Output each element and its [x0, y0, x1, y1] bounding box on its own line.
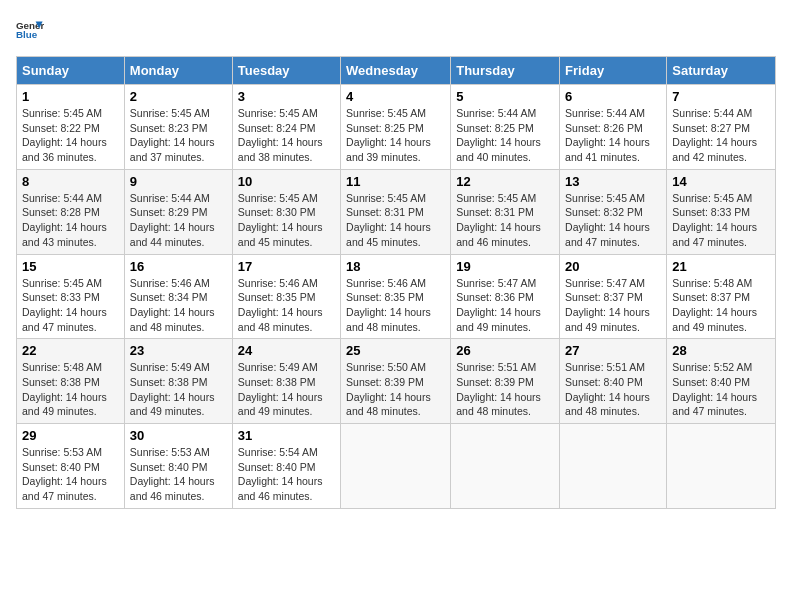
day-info: Sunrise: 5:44 AMSunset: 8:25 PMDaylight:…: [456, 107, 541, 163]
week-row-4: 22 Sunrise: 5:48 AMSunset: 8:38 PMDaylig…: [17, 339, 776, 424]
week-row-5: 29 Sunrise: 5:53 AMSunset: 8:40 PMDaylig…: [17, 424, 776, 509]
calendar-cell: 9 Sunrise: 5:44 AMSunset: 8:29 PMDayligh…: [124, 169, 232, 254]
calendar-cell: 1 Sunrise: 5:45 AMSunset: 8:22 PMDayligh…: [17, 85, 125, 170]
day-info: Sunrise: 5:45 AMSunset: 8:33 PMDaylight:…: [672, 192, 757, 248]
calendar-cell: 30 Sunrise: 5:53 AMSunset: 8:40 PMDaylig…: [124, 424, 232, 509]
day-number: 23: [130, 343, 227, 358]
calendar-cell: [451, 424, 560, 509]
calendar-cell: 23 Sunrise: 5:49 AMSunset: 8:38 PMDaylig…: [124, 339, 232, 424]
calendar-cell: 6 Sunrise: 5:44 AMSunset: 8:26 PMDayligh…: [560, 85, 667, 170]
day-number: 18: [346, 259, 445, 274]
day-info: Sunrise: 5:51 AMSunset: 8:39 PMDaylight:…: [456, 361, 541, 417]
calendar-cell: [560, 424, 667, 509]
day-info: Sunrise: 5:46 AMSunset: 8:34 PMDaylight:…: [130, 277, 215, 333]
svg-text:Blue: Blue: [16, 29, 38, 40]
header: General Blue: [16, 16, 776, 44]
calendar-cell: [341, 424, 451, 509]
day-number: 28: [672, 343, 770, 358]
day-info: Sunrise: 5:51 AMSunset: 8:40 PMDaylight:…: [565, 361, 650, 417]
calendar-cell: 14 Sunrise: 5:45 AMSunset: 8:33 PMDaylig…: [667, 169, 776, 254]
calendar-cell: 10 Sunrise: 5:45 AMSunset: 8:30 PMDaylig…: [232, 169, 340, 254]
day-number: 15: [22, 259, 119, 274]
day-info: Sunrise: 5:46 AMSunset: 8:35 PMDaylight:…: [346, 277, 431, 333]
day-number: 17: [238, 259, 335, 274]
day-number: 1: [22, 89, 119, 104]
day-info: Sunrise: 5:45 AMSunset: 8:31 PMDaylight:…: [346, 192, 431, 248]
calendar-cell: 17 Sunrise: 5:46 AMSunset: 8:35 PMDaylig…: [232, 254, 340, 339]
day-info: Sunrise: 5:46 AMSunset: 8:35 PMDaylight:…: [238, 277, 323, 333]
day-info: Sunrise: 5:45 AMSunset: 8:33 PMDaylight:…: [22, 277, 107, 333]
day-header-thursday: Thursday: [451, 57, 560, 85]
day-info: Sunrise: 5:49 AMSunset: 8:38 PMDaylight:…: [238, 361, 323, 417]
week-row-1: 1 Sunrise: 5:45 AMSunset: 8:22 PMDayligh…: [17, 85, 776, 170]
calendar-cell: 4 Sunrise: 5:45 AMSunset: 8:25 PMDayligh…: [341, 85, 451, 170]
calendar-table: SundayMondayTuesdayWednesdayThursdayFrid…: [16, 56, 776, 509]
day-info: Sunrise: 5:48 AMSunset: 8:38 PMDaylight:…: [22, 361, 107, 417]
calendar-cell: 22 Sunrise: 5:48 AMSunset: 8:38 PMDaylig…: [17, 339, 125, 424]
calendar-cell: 5 Sunrise: 5:44 AMSunset: 8:25 PMDayligh…: [451, 85, 560, 170]
day-header-saturday: Saturday: [667, 57, 776, 85]
calendar-cell: 8 Sunrise: 5:44 AMSunset: 8:28 PMDayligh…: [17, 169, 125, 254]
day-number: 11: [346, 174, 445, 189]
week-row-3: 15 Sunrise: 5:45 AMSunset: 8:33 PMDaylig…: [17, 254, 776, 339]
calendar-cell: 25 Sunrise: 5:50 AMSunset: 8:39 PMDaylig…: [341, 339, 451, 424]
calendar-cell: 28 Sunrise: 5:52 AMSunset: 8:40 PMDaylig…: [667, 339, 776, 424]
day-info: Sunrise: 5:44 AMSunset: 8:28 PMDaylight:…: [22, 192, 107, 248]
day-number: 27: [565, 343, 661, 358]
calendar-header-row: SundayMondayTuesdayWednesdayThursdayFrid…: [17, 57, 776, 85]
day-number: 10: [238, 174, 335, 189]
calendar-cell: 7 Sunrise: 5:44 AMSunset: 8:27 PMDayligh…: [667, 85, 776, 170]
day-info: Sunrise: 5:53 AMSunset: 8:40 PMDaylight:…: [130, 446, 215, 502]
day-number: 25: [346, 343, 445, 358]
day-number: 16: [130, 259, 227, 274]
day-number: 14: [672, 174, 770, 189]
day-number: 8: [22, 174, 119, 189]
day-number: 13: [565, 174, 661, 189]
day-info: Sunrise: 5:44 AMSunset: 8:27 PMDaylight:…: [672, 107, 757, 163]
calendar-cell: 27 Sunrise: 5:51 AMSunset: 8:40 PMDaylig…: [560, 339, 667, 424]
calendar-cell: 21 Sunrise: 5:48 AMSunset: 8:37 PMDaylig…: [667, 254, 776, 339]
calendar-cell: 11 Sunrise: 5:45 AMSunset: 8:31 PMDaylig…: [341, 169, 451, 254]
calendar-cell: 20 Sunrise: 5:47 AMSunset: 8:37 PMDaylig…: [560, 254, 667, 339]
day-info: Sunrise: 5:50 AMSunset: 8:39 PMDaylight:…: [346, 361, 431, 417]
day-number: 30: [130, 428, 227, 443]
calendar-cell: 13 Sunrise: 5:45 AMSunset: 8:32 PMDaylig…: [560, 169, 667, 254]
calendar-cell: 31 Sunrise: 5:54 AMSunset: 8:40 PMDaylig…: [232, 424, 340, 509]
day-info: Sunrise: 5:44 AMSunset: 8:26 PMDaylight:…: [565, 107, 650, 163]
calendar-cell: 18 Sunrise: 5:46 AMSunset: 8:35 PMDaylig…: [341, 254, 451, 339]
day-number: 12: [456, 174, 554, 189]
day-info: Sunrise: 5:52 AMSunset: 8:40 PMDaylight:…: [672, 361, 757, 417]
day-number: 26: [456, 343, 554, 358]
day-number: 24: [238, 343, 335, 358]
day-info: Sunrise: 5:45 AMSunset: 8:25 PMDaylight:…: [346, 107, 431, 163]
day-info: Sunrise: 5:48 AMSunset: 8:37 PMDaylight:…: [672, 277, 757, 333]
calendar-cell: 2 Sunrise: 5:45 AMSunset: 8:23 PMDayligh…: [124, 85, 232, 170]
calendar-cell: [667, 424, 776, 509]
calendar-cell: 24 Sunrise: 5:49 AMSunset: 8:38 PMDaylig…: [232, 339, 340, 424]
day-number: 4: [346, 89, 445, 104]
day-info: Sunrise: 5:45 AMSunset: 8:30 PMDaylight:…: [238, 192, 323, 248]
calendar-body: 1 Sunrise: 5:45 AMSunset: 8:22 PMDayligh…: [17, 85, 776, 509]
day-number: 3: [238, 89, 335, 104]
calendar-cell: 19 Sunrise: 5:47 AMSunset: 8:36 PMDaylig…: [451, 254, 560, 339]
day-info: Sunrise: 5:49 AMSunset: 8:38 PMDaylight:…: [130, 361, 215, 417]
day-header-tuesday: Tuesday: [232, 57, 340, 85]
logo-icon: General Blue: [16, 16, 44, 44]
day-info: Sunrise: 5:54 AMSunset: 8:40 PMDaylight:…: [238, 446, 323, 502]
day-number: 9: [130, 174, 227, 189]
day-info: Sunrise: 5:45 AMSunset: 8:32 PMDaylight:…: [565, 192, 650, 248]
calendar-cell: 29 Sunrise: 5:53 AMSunset: 8:40 PMDaylig…: [17, 424, 125, 509]
day-header-monday: Monday: [124, 57, 232, 85]
calendar-cell: 16 Sunrise: 5:46 AMSunset: 8:34 PMDaylig…: [124, 254, 232, 339]
logo: General Blue: [16, 16, 48, 44]
calendar-cell: 26 Sunrise: 5:51 AMSunset: 8:39 PMDaylig…: [451, 339, 560, 424]
day-number: 7: [672, 89, 770, 104]
day-number: 31: [238, 428, 335, 443]
day-number: 19: [456, 259, 554, 274]
day-info: Sunrise: 5:45 AMSunset: 8:31 PMDaylight:…: [456, 192, 541, 248]
day-header-friday: Friday: [560, 57, 667, 85]
calendar-cell: 3 Sunrise: 5:45 AMSunset: 8:24 PMDayligh…: [232, 85, 340, 170]
day-number: 2: [130, 89, 227, 104]
day-info: Sunrise: 5:47 AMSunset: 8:36 PMDaylight:…: [456, 277, 541, 333]
day-number: 22: [22, 343, 119, 358]
